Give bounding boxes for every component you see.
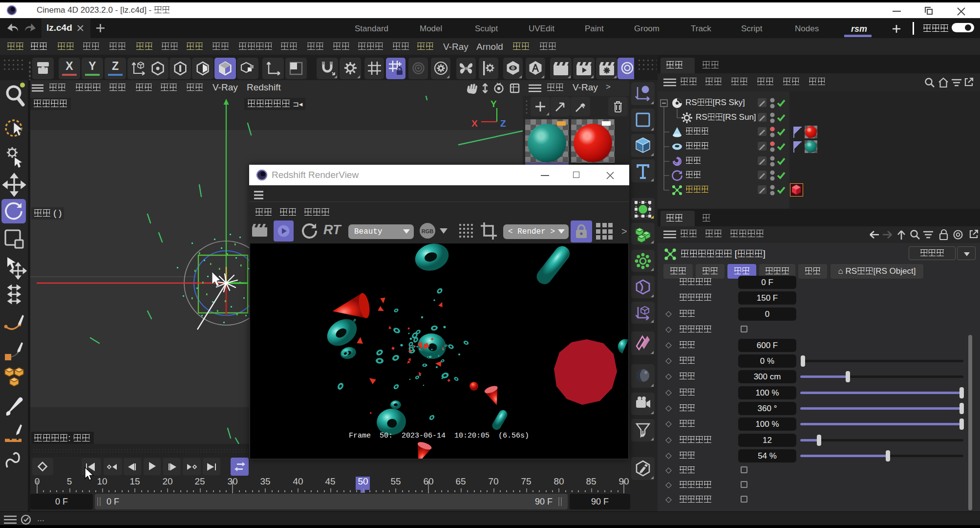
svg-text:45: 45	[325, 476, 335, 486]
svg-text:40: 40	[293, 476, 303, 486]
svg-text:65: 65	[455, 476, 466, 486]
svg-text:85: 85	[586, 476, 596, 486]
svg-text:35: 35	[260, 476, 270, 486]
svg-text:70: 70	[488, 476, 498, 486]
svg-text:25: 25	[194, 476, 205, 486]
svg-text:55: 55	[390, 476, 401, 486]
svg-text:20: 20	[162, 476, 172, 486]
svg-text:15: 15	[129, 476, 140, 486]
svg-text:80: 80	[554, 476, 564, 486]
svg-text:10: 10	[97, 476, 107, 486]
svg-text:50: 50	[358, 476, 368, 486]
svg-text:5: 5	[67, 476, 72, 486]
svg-text:75: 75	[521, 476, 531, 486]
svg-text:RGB: RGB	[422, 228, 434, 234]
